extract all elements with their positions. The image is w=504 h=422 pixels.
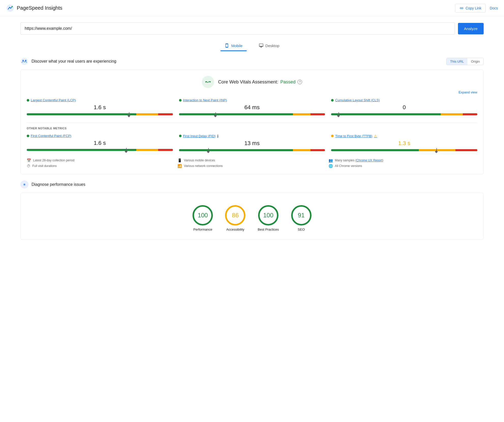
desktop-icon <box>259 43 263 48</box>
cwv-title-area: Core Web Vitals Assessment: Passed ? <box>218 79 302 85</box>
scores-grid: 100 Performance 86 Accessibility 100 Bes… <box>27 199 477 233</box>
section-title: Discover what your real users are experi… <box>32 59 116 64</box>
footer-network-text: Various network connections <box>184 164 223 168</box>
copy-link-button[interactable]: Copy Link <box>455 4 486 12</box>
accessibility-score: 86 Accessibility <box>225 205 245 231</box>
analyze-button[interactable]: Analyze <box>458 23 484 34</box>
search-area: Analyze <box>0 16 504 41</box>
footer-duration-text: Full visit durations <box>32 164 57 168</box>
svg-point-6 <box>210 81 211 82</box>
seo-score: 91 SEO <box>291 205 312 231</box>
origin-button[interactable]: Origin <box>467 58 483 65</box>
url-origin-toggle: This URL Origin <box>446 58 484 65</box>
fcp-label[interactable]: First Contentful Paint (FCP) <box>27 134 173 138</box>
footer-col2: 📱 Various mobile devices 📶 Various netwo… <box>177 158 326 168</box>
seo-label: SEO <box>291 228 312 231</box>
footer-collection-text: Latest 28-day collection period <box>33 159 75 162</box>
ttfb-bar <box>331 149 477 151</box>
fid-value: 13 ms <box>179 140 325 147</box>
ttfb-label[interactable]: Time to First Byte (TTFB) ⚠ <box>331 134 477 138</box>
svg-point-10 <box>24 184 25 185</box>
primary-metrics-grid: Largest Contentful Paint (LCP) 1.6 s <box>27 98 477 116</box>
fid-bar <box>179 149 325 151</box>
footer-item-samples: 👥 Many samples (Chrome UX Report) <box>329 158 477 162</box>
inp-status-dot <box>179 99 182 102</box>
real-users-section-header: Discover what your real users are experi… <box>20 57 484 65</box>
inp-bar <box>179 113 325 115</box>
inp-value: 64 ms <box>179 104 325 111</box>
footer-samples-text: Many samples (Chrome UX Report) <box>335 159 383 162</box>
cwv-help-icon[interactable]: ? <box>298 80 302 84</box>
fcp-bar <box>27 149 173 151</box>
other-metrics-label: OTHER NOTABLE METRICS <box>27 127 477 130</box>
best-practices-label: Best Practices <box>258 228 279 231</box>
performance-score: 100 Performance <box>192 205 213 231</box>
diagnose-title: Diagnose performance issues <box>32 182 85 187</box>
lcp-label[interactable]: Largest Contentful Paint (LCP) <box>27 98 173 102</box>
tab-mobile-label: Mobile <box>231 44 242 48</box>
cls-value: 0 <box>331 104 477 111</box>
url-input[interactable] <box>20 22 455 35</box>
inp-label[interactable]: Interaction to Next Paint (INP) <box>179 98 325 102</box>
footer-devices-text: Various mobile devices <box>184 159 215 162</box>
core-web-vitals-card: Core Web Vitals Assessment: Passed ? Exp… <box>20 69 484 174</box>
best-practices-value: 100 <box>263 212 273 219</box>
this-url-button[interactable]: This URL <box>447 58 467 65</box>
tabs: Mobile Desktop <box>0 41 504 51</box>
cls-label[interactable]: Cumulative Layout Shift (CLS) <box>331 98 477 102</box>
fcp-metric: First Contentful Paint (FCP) 1.6 s <box>27 134 173 152</box>
lcp-bar <box>27 113 173 115</box>
fid-metric: First Input Delay (FID) ℹ 13 ms <box>179 134 325 152</box>
footer-info: 📅 Latest 28-day collection period ⏱ Full… <box>27 158 477 168</box>
tab-desktop[interactable]: Desktop <box>255 41 284 51</box>
expand-view-link[interactable]: Expand view <box>458 90 477 94</box>
copy-link-label: Copy Link <box>466 6 481 10</box>
fid-info-icon[interactable]: ℹ <box>217 134 218 138</box>
footer-item-duration: ⏱ Full visit durations <box>27 164 175 168</box>
fcp-value: 1.6 s <box>27 140 173 146</box>
chrome-ux-report-link[interactable]: Chrome UX Report <box>356 159 382 162</box>
footer-item-devices: 📱 Various mobile devices <box>177 158 326 162</box>
footer-col3: 👥 Many samples (Chrome UX Report) 🌐 All … <box>329 158 477 168</box>
cls-metric: Cumulative Layout Shift (CLS) 0 <box>331 98 477 116</box>
chrome-icon: 🌐 <box>329 164 333 168</box>
link-icon <box>459 6 464 10</box>
svg-point-1 <box>12 6 13 7</box>
best-practices-circle: 100 <box>258 205 278 226</box>
accessibility-label: Accessibility <box>225 228 245 231</box>
timer-icon: ⏱ <box>27 164 30 168</box>
inp-metric: Interaction to Next Paint (INP) 64 ms <box>179 98 325 116</box>
docs-link[interactable]: Docs <box>490 6 498 10</box>
cls-bar <box>331 113 477 115</box>
footer-chrome-text: All Chrome versions <box>335 164 362 168</box>
ttfb-metric: Time to First Byte (TTFB) ⚠ 1.3 s <box>331 134 477 152</box>
ttfb-warning-icon: ⚠ <box>374 134 377 138</box>
accessibility-circle: 86 <box>225 205 245 226</box>
performance-label: Performance <box>192 228 213 231</box>
ttfb-value: 1.3 s <box>331 140 477 147</box>
svg-point-3 <box>22 60 24 61</box>
footer-item-network: 📶 Various network connections <box>177 164 326 168</box>
metrics-divider <box>27 122 477 123</box>
cls-status-dot <box>331 99 334 102</box>
footer-col1: 📅 Latest 28-day collection period ⏱ Full… <box>27 158 175 168</box>
performance-circle: 100 <box>192 205 213 226</box>
header-right: Copy Link Docs <box>455 4 498 12</box>
footer-item-collection: 📅 Latest 28-day collection period <box>27 158 175 162</box>
svg-point-4 <box>25 60 26 61</box>
accessibility-value: 86 <box>232 212 239 219</box>
fid-status-dot <box>179 135 182 137</box>
fid-label[interactable]: First Input Delay (FID) ℹ <box>179 134 325 138</box>
tab-desktop-label: Desktop <box>265 44 279 48</box>
other-metrics-grid: First Contentful Paint (FCP) 1.6 s <box>27 134 477 152</box>
calendar-icon: 📅 <box>27 158 31 162</box>
footer-item-chrome: 🌐 All Chrome versions <box>329 164 477 168</box>
mobile-icon-small: 📱 <box>177 158 182 162</box>
app-title: PageSpeed Insights <box>17 5 62 11</box>
lcp-value: 1.6 s <box>27 104 173 111</box>
main-content: Discover what your real users are experi… <box>0 57 504 256</box>
tab-mobile[interactable]: Mobile <box>220 41 246 51</box>
mobile-icon <box>225 43 229 48</box>
seo-circle: 91 <box>291 205 312 226</box>
diagnose-section-header: Diagnose performance issues <box>20 180 484 189</box>
